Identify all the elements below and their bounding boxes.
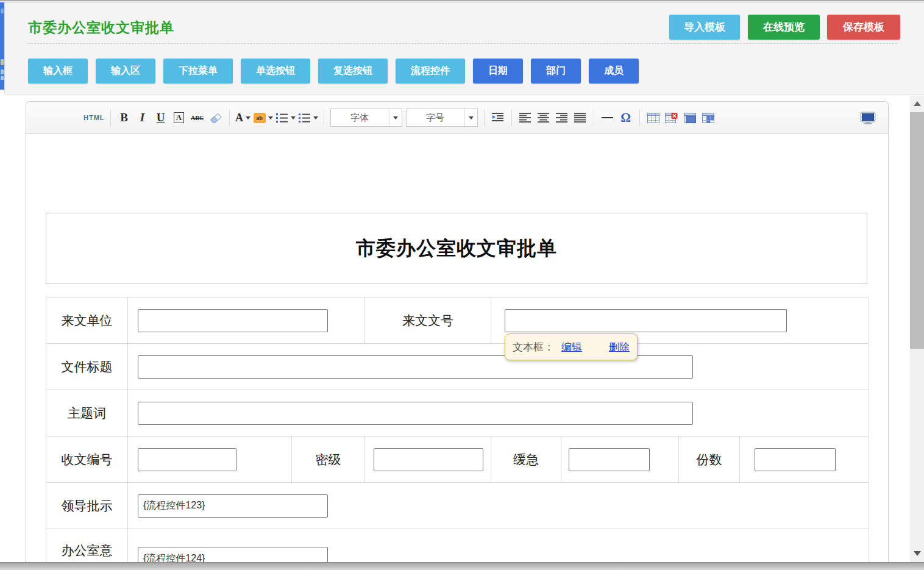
horizontal-rule-icon [602,117,613,118]
copies-label: 份数 [679,436,740,483]
chevron-down-icon [291,116,296,119]
component-input-button[interactable]: 输入框 [28,59,88,84]
editor-canvas[interactable]: 市委办公室收文审批单 来文单位 来文文号 文件标题 [26,134,888,569]
vertical-scrollbar[interactable] [910,96,924,562]
table-row: 主题词 [46,390,869,436]
text-color-button[interactable]: A [235,108,251,127]
component-department-button[interactable]: 部门 [531,59,581,84]
indent-button[interactable] [490,108,506,127]
bullet-list-button[interactable] [298,108,318,127]
strikethrough-button[interactable]: ABC [190,108,205,127]
font-frame-button[interactable]: A [171,108,187,127]
incoming-unit-label: 来文单位 [46,297,128,344]
import-template-button[interactable]: 导入模板 [669,15,740,40]
table-cell [128,297,365,344]
incoming-unit-input[interactable] [138,309,328,332]
select-arrow-button[interactable] [464,109,477,126]
align-right-button[interactable] [554,108,570,127]
editor-panel: HTML B I U A ABC A ab [26,101,889,570]
subject-words-input[interactable] [138,402,693,425]
copies-input[interactable] [755,448,836,471]
toolbar-separator [511,110,512,126]
table-cell [128,483,869,529]
table-cell [561,436,679,483]
urgency-label: 缓急 [491,436,561,483]
file-title-label: 文件标题 [46,344,128,390]
chevron-down-icon [313,116,318,119]
fullscreen-button[interactable] [860,108,876,127]
table-properties-button[interactable] [682,108,698,127]
highlight-icon: ab [254,113,266,123]
table-icon [647,113,659,123]
cell-properties-button[interactable] [700,108,716,127]
save-template-button[interactable]: 保存模板 [827,15,900,40]
indent-icon [492,113,504,123]
toolbar-separator [594,110,594,126]
component-dropdown-button[interactable]: 下拉菜单 [163,59,233,84]
scrollbar-thumb[interactable] [910,112,924,349]
window-bottom-edge [0,562,924,570]
numbered-list-button[interactable] [275,108,296,127]
document-title-box: 市委办公室收文审批单 [46,213,867,284]
subject-words-label: 主题词 [46,390,128,436]
scrollbar-up-button[interactable] [910,97,924,110]
justify-button[interactable] [572,108,588,127]
select-arrow-button[interactable] [389,109,402,126]
table-cell [740,436,869,483]
table-row: 领导批示 [46,483,869,529]
underline-button[interactable]: U [153,108,169,127]
secrecy-input[interactable] [374,448,483,471]
component-member-button[interactable]: 成员 [589,59,639,84]
background-window-icon [1,69,4,74]
receipt-number-label: 收文编号 [46,436,128,483]
monitor-icon [860,112,876,124]
editor-toolbar: HTML B I U A ABC A ab [26,102,888,134]
bold-button[interactable]: B [116,108,132,127]
leader-comment-input[interactable] [138,494,328,518]
toolbar-separator [484,110,485,126]
delete-table-icon [665,113,678,123]
chevron-down-icon [246,116,251,119]
highlight-color-button[interactable]: ab [254,108,273,127]
incoming-number-input[interactable] [505,309,787,332]
table-properties-icon [684,113,696,123]
justify-icon [574,113,586,123]
toolbar-separator [110,110,111,126]
align-center-icon [538,113,549,123]
insert-table-button[interactable] [645,108,661,127]
component-checkbox-button[interactable]: 复选按钮 [318,59,388,84]
form-table: 来文单位 来文文号 文件标题 主题词 [46,297,869,569]
font-size-select[interactable]: 字号 [406,109,478,127]
scrollbar-down-button[interactable] [910,547,924,560]
align-center-button[interactable] [536,108,552,127]
edit-field-link[interactable]: 编辑 [561,340,582,354]
chevron-down-icon [393,116,398,119]
component-palette: 输入框 输入区 下拉菜单 单选按钮 复选按钮 流程控件 日期 部门 成员 [28,59,639,84]
horizontal-rule-button[interactable] [600,108,616,127]
component-textarea-button[interactable]: 输入区 [96,59,155,84]
component-date-button[interactable]: 日期 [473,59,523,84]
background-window-icon [1,59,4,65]
field-action-tooltip: 文本框： 编辑 删除 [505,333,638,360]
align-left-button[interactable] [517,108,533,127]
component-flow-control-button[interactable]: 流程控件 [396,59,465,84]
source-code-button[interactable]: HTML [84,108,105,127]
window-top-edge [0,0,924,2]
receipt-number-input[interactable] [138,448,236,471]
header-divider [28,43,897,44]
eraser-button[interactable] [208,108,224,127]
arrow-down-icon [914,551,921,556]
delete-field-link[interactable]: 删除 [609,340,630,354]
delete-table-button[interactable] [664,108,680,127]
component-radio-button[interactable]: 单选按钮 [241,59,310,84]
urgency-input[interactable] [569,448,650,471]
online-preview-button[interactable]: 在线预览 [748,15,820,40]
special-char-button[interactable]: Ω [618,108,634,127]
document-title: 市委办公室收文审批单 [356,235,557,262]
numbered-list-icon [275,113,288,123]
toolbar-separator [229,110,230,126]
table-row: 来文单位 来文文号 [46,297,869,344]
font-family-select[interactable]: 字体 [330,109,402,127]
italic-button[interactable]: I [135,108,151,127]
background-window-icon [1,9,4,13]
